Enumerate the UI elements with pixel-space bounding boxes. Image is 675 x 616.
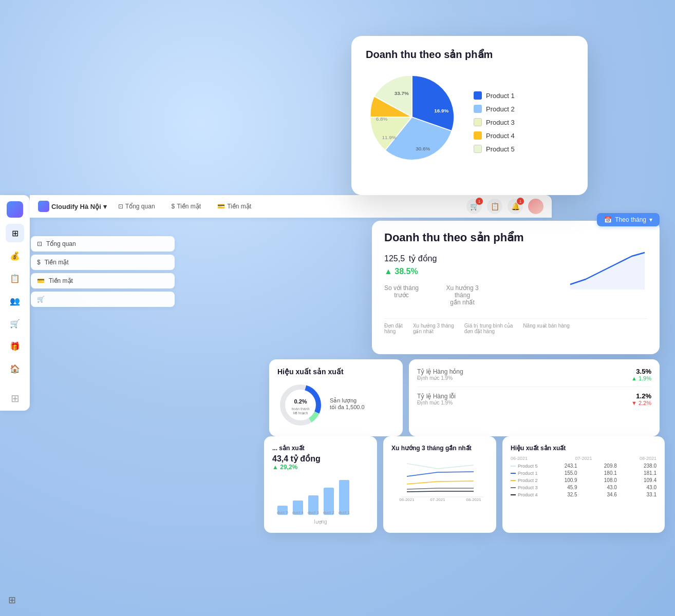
revenue-trend-chart — [565, 248, 647, 290]
legend-label-2: Product 2 — [486, 105, 515, 113]
nav-right: 🛒 1 📋 🔔 1 — [466, 199, 543, 214]
theo-thang-button[interactable]: 📅 Theo tháng ▾ — [597, 213, 660, 226]
legend-product4: Product 4 — [474, 131, 515, 140]
col-08: 08-2021 — [640, 456, 657, 461]
bell-badge: 1 — [517, 198, 524, 205]
svg-text:06-2021: 06-2021 — [399, 497, 415, 502]
chevron-down-icon: ▾ — [649, 216, 652, 223]
svg-text:hoàn thành: hoàn thành — [291, 407, 309, 411]
sidebar-item-doc[interactable]: 📋 — [6, 269, 24, 287]
revenue-meta: So với thángtrước Xu hướng 3 thánggần nh… — [384, 284, 485, 306]
revenue-left: 125,5 tỷ đồng ▲ 38.5% So với thángtrước … — [384, 248, 485, 314]
kpi-change-2: ▼ 2.2% — [631, 400, 651, 406]
trend-svg — [565, 248, 647, 290]
svg-text:6.8%: 6.8% — [376, 116, 388, 122]
p1-v3: 181.1 — [644, 470, 657, 476]
nav-item-tongquan[interactable]: ⊡ Tổng quan — [115, 201, 158, 212]
pie-chart-card: Doanh thu theo sản phẩm 33.7% 6.8% 11.9%… — [351, 36, 588, 195]
kpi-benchmark-1: Định mức 1.9% — [417, 375, 463, 381]
col-xu-huong: Xu hướng 3 thánggần nhất — [413, 323, 454, 334]
p3-v1: 45.9 — [567, 485, 577, 490]
cart-badge: 1 — [476, 198, 483, 205]
p4-v3: 33.1 — [647, 492, 657, 497]
gauge-row: 0.2% hoàn thành kế hoạch Sản lượngtối đa… — [277, 382, 395, 428]
nav-item-tienmat2[interactable]: 💳 Tiền mặt — [214, 201, 254, 212]
pie-svg-container: 33.7% 6.8% 11.9% 30.6% 16.9% — [366, 71, 458, 174]
grid-dots-sidebar: ⊞ — [11, 392, 20, 405]
nav-item-tienmat[interactable]: $ Tiền mặt — [168, 201, 204, 212]
svg-text:33.7%: 33.7% — [395, 90, 409, 96]
data-row-p1: Product 1 155.0 180.1 181.1 — [511, 470, 657, 476]
col-06: 06-2021 — [511, 456, 528, 461]
brand-name: Cloudify Hà Nội — [51, 203, 101, 210]
san-xuat-xlabel: lượng — [272, 519, 369, 525]
kpi-hang-loi-label: Tỷ lệ Hàng lỗi Định mức 1.9% — [417, 393, 456, 406]
p1-v1: 155.0 — [565, 470, 577, 476]
p2-v3: 109.4 — [644, 477, 657, 483]
nav-brand[interactable]: Cloudify Hà Nội ▾ — [38, 201, 107, 212]
gauge-legend: Sản lượngtối đa 1,500.0 — [330, 397, 365, 413]
svg-text:07-2021: 07-2021 — [430, 497, 445, 502]
p5-v1: 243.1 — [565, 463, 577, 469]
legend-product5: Product 5 — [474, 145, 515, 153]
pie-svg: 33.7% 6.8% 11.9% 30.6% 16.9% — [366, 71, 458, 163]
col-gia-tri: Giá trị trung bình củađơn đặt hàng — [464, 323, 513, 334]
legend-color-4 — [474, 131, 482, 140]
sidebar-item-home[interactable]: ⊞ — [6, 224, 24, 242]
notification-btn[interactable]: 🛒 1 — [466, 199, 482, 214]
sidebar-item-users[interactable]: 👥 — [6, 292, 24, 310]
sidebar-item-house[interactable]: 🏠 — [6, 359, 24, 378]
nav-tienmat[interactable]: $ Tiền mặt — [31, 255, 175, 270]
sidebar-item-cart[interactable]: 🛒 — [6, 314, 24, 333]
legend-label-5: Product 5 — [486, 145, 515, 153]
revenue-number: 125,5 — [384, 254, 405, 263]
sidebar-item-gift[interactable]: 🎁 — [6, 337, 24, 355]
san-xuat-title: ... sản xuất — [272, 445, 369, 452]
revenue-detail-card: Doanh thu theo sản phẩm 125,5 tỷ đồng ▲ … — [372, 221, 660, 354]
san-xuat-amount: 43,4 tỷ đồng — [272, 454, 369, 464]
grid-dots-bottom[interactable]: ⊞ — [8, 594, 16, 606]
svg-text:kế hoạch: kế hoạch — [293, 411, 308, 415]
nav-label-tq: Tổng quan — [46, 240, 76, 247]
revenue-columns: Đơn đặthàng Xu hướng 3 thánggần nhất Giá… — [384, 318, 647, 334]
legend-label-4: Product 4 — [486, 132, 515, 140]
data-grid: 06-2021 07-2021 08-2021 Product 5 243.1 … — [511, 456, 657, 497]
svg-text:duct 3: duct 3 — [308, 510, 319, 515]
trend-card: Xu hướng 3 tháng gần nhất 06-2021 07-202… — [383, 436, 496, 533]
col-don-dat-hang: Đơn đặthàng — [384, 323, 403, 334]
legend-label-3: Product 3 — [486, 119, 515, 126]
user-avatar[interactable] — [528, 199, 543, 214]
sidebar-logo — [7, 201, 23, 218]
trend-title: Xu hướng 3 tháng gần nhất — [391, 445, 488, 452]
legend-color-3 — [474, 118, 482, 126]
bottom-section: ... sản xuất 43,4 tỷ đồng ▲ 29,2% duct 5… — [264, 436, 665, 533]
kpi-benchmark-2: Định mức 1.9% — [417, 400, 456, 406]
bell-btn[interactable]: 🔔 1 — [508, 199, 523, 214]
nav-tienm2[interactable]: 💳 Tiền mặt — [31, 273, 175, 288]
tongquan-icon: ⊡ — [118, 203, 123, 210]
svg-text:16.9%: 16.9% — [434, 108, 448, 113]
hx-kpi-card: Tỷ lệ Hàng hỏng Định mức 1.9% 3.5% ▲ 1.9… — [409, 359, 660, 436]
legend-product3: Product 3 — [474, 118, 515, 126]
sidebar-item-money[interactable]: 💰 — [6, 246, 24, 265]
p2-v2: 108.0 — [604, 477, 617, 483]
nav-tongquan[interactable]: ⊡ Tổng quan — [31, 236, 175, 252]
tienmat-label: Tiền mặt — [177, 203, 201, 210]
clipboard-btn[interactable]: 📋 — [487, 199, 502, 214]
p4-v2: 34.6 — [607, 492, 616, 497]
kpi-hang-loi: Tỷ lệ Hàng lỗi Định mức 1.9% 1.2% ▼ 2.2% — [417, 392, 651, 406]
san-xuat-card: ... sản xuất 43,4 tỷ đồng ▲ 29,2% duct 5… — [264, 436, 377, 533]
legend-label-1: Product 1 — [486, 92, 515, 100]
svg-text:30.6%: 30.6% — [416, 146, 430, 151]
pie-chart-content: 33.7% 6.8% 11.9% 30.6% 16.9% Product 1 P… — [366, 71, 573, 174]
p5-label: Product 5 — [511, 464, 538, 469]
data-row-p2: Product 2 100.9 108.0 109.4 — [511, 477, 657, 483]
revenue-change: ▲ 38.5% — [384, 267, 485, 276]
p4-label: Product 4 — [511, 492, 538, 497]
brand-chevron: ▾ — [103, 203, 107, 210]
hx-gauge-title: Hiệu xuất sản xuất — [277, 368, 395, 376]
nav-icon-tm: $ — [37, 259, 41, 266]
svg-text:0.2%: 0.2% — [294, 398, 307, 405]
nav-item-unknown[interactable]: 🛒 — [31, 292, 175, 307]
data-row-p4: Product 4 32.5 34.6 33.1 — [511, 492, 657, 497]
